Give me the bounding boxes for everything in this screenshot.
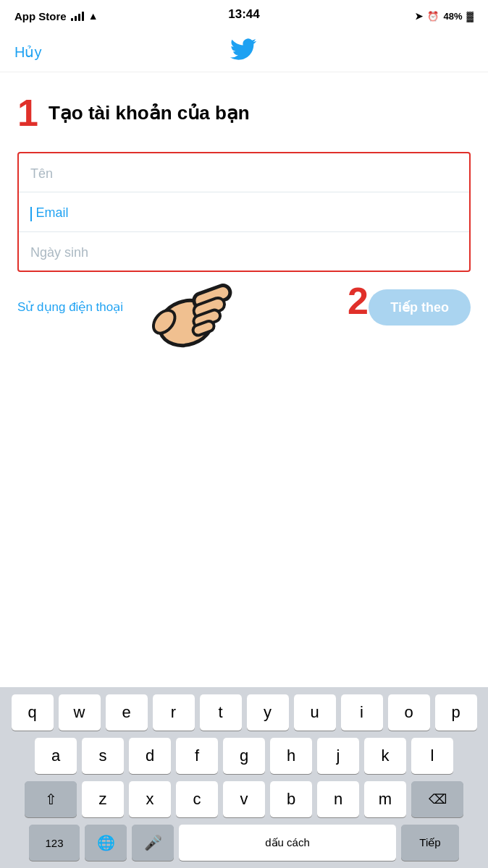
location-icon: ➤ (415, 11, 423, 22)
next-button[interactable]: Tiếp theo (369, 289, 471, 326)
registration-form: Tên Email Ngày sinh (17, 152, 471, 272)
keyboard-row-3: ⇧ z x c v b n m ⌫ (4, 781, 484, 817)
key-n[interactable]: n (317, 781, 359, 817)
key-e[interactable]: e (106, 694, 148, 731)
go-key[interactable]: Tiếp (401, 825, 459, 861)
key-b[interactable]: b (270, 781, 312, 817)
battery-icon: ▓ (467, 11, 474, 22)
status-right: ➤ ⏰ 48% ▓ (415, 11, 474, 22)
main-content: 1 Tạo tài khoản của bạn Tên Email Ngày s… (0, 72, 488, 272)
key-s[interactable]: s (82, 738, 124, 774)
key-a[interactable]: a (35, 738, 77, 774)
keyboard-row-2: a s d f g h j k l (4, 738, 484, 774)
carrier-text: App Store (14, 10, 67, 22)
key-f[interactable]: f (176, 738, 218, 774)
cancel-button[interactable]: Hủy (14, 43, 41, 61)
key-g[interactable]: g (223, 738, 265, 774)
status-bar: App Store ▲ 13:44 ➤ ⏰ 48% ▓ (0, 0, 488, 32)
name-label: Tên (30, 166, 53, 181)
keyboard: q w e r t y u i o p a s d f g h j k l ⇧ … (0, 687, 488, 868)
mic-key[interactable]: 🎤 (132, 825, 174, 861)
status-time: 13:44 (228, 7, 259, 22)
key-w[interactable]: w (59, 694, 101, 731)
key-r[interactable]: r (153, 694, 195, 731)
action-section: Sử dụng điện thoại Tiếp theo 2 (0, 272, 488, 352)
alarm-icon: ⏰ (427, 11, 439, 22)
key-c[interactable]: c (176, 781, 218, 817)
key-j[interactable]: j (317, 738, 359, 774)
page-title: Tạo tài khoản của bạn (49, 102, 250, 124)
status-left: App Store ▲ (14, 10, 98, 22)
key-i[interactable]: i (341, 694, 383, 731)
emoji-key[interactable]: 🌐 (85, 825, 127, 861)
battery-text: 48% (443, 11, 462, 22)
twitter-logo-icon (230, 36, 256, 68)
dob-field[interactable]: Ngày sinh (19, 232, 469, 271)
key-z[interactable]: z (82, 781, 124, 817)
key-d[interactable]: d (129, 738, 171, 774)
key-v[interactable]: v (223, 781, 265, 817)
wifi-icon: ▲ (88, 10, 98, 22)
page-header: 1 Tạo tài khoản của bạn (17, 94, 471, 132)
key-m[interactable]: m (364, 781, 406, 817)
text-cursor (30, 207, 32, 221)
email-field[interactable]: Email (19, 192, 469, 232)
key-h[interactable]: h (270, 738, 312, 774)
hand-pointer-icon (130, 265, 239, 354)
key-y[interactable]: y (247, 694, 289, 731)
step-number-1: 1 (17, 94, 38, 132)
shift-key[interactable]: ⇧ (25, 781, 77, 817)
email-label: Email (35, 205, 68, 220)
dob-label: Ngày sinh (30, 245, 88, 260)
spacebar[interactable]: dấu cách (179, 825, 396, 861)
key-x[interactable]: x (129, 781, 171, 817)
key-l[interactable]: l (411, 738, 453, 774)
nav-bar: Hủy (0, 32, 488, 72)
key-o[interactable]: o (388, 694, 430, 731)
delete-key[interactable]: ⌫ (411, 781, 463, 817)
step-number-2: 2 (348, 282, 369, 320)
signal-bars-icon (71, 11, 84, 21)
keyboard-row-1: q w e r t y u i o p (4, 694, 484, 731)
key-q[interactable]: q (12, 694, 54, 731)
key-k[interactable]: k (364, 738, 406, 774)
numbers-key[interactable]: 123 (29, 825, 80, 861)
key-p[interactable]: p (435, 694, 477, 731)
key-u[interactable]: u (294, 694, 336, 731)
use-phone-link[interactable]: Sử dụng điện thoại (17, 299, 123, 315)
action-row: Sử dụng điện thoại Tiếp theo (0, 272, 488, 343)
keyboard-row-bottom: 123 🌐 🎤 dấu cách Tiếp (4, 825, 484, 861)
key-t[interactable]: t (200, 694, 242, 731)
name-field[interactable]: Tên (19, 153, 469, 192)
